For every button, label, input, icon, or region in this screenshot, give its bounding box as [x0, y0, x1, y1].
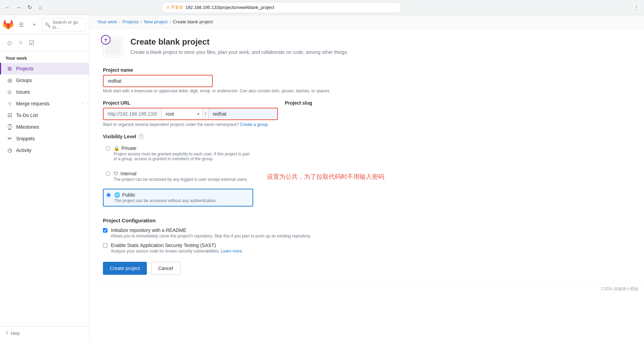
- visibility-private-desc: Project access must be granted explicitl…: [114, 152, 250, 161]
- project-slug-input[interactable]: [209, 108, 277, 119]
- breadcrumb-new-project[interactable]: New project: [144, 19, 168, 24]
- page-header: + Create blank project Create a blank pr…: [103, 37, 384, 58]
- sidebar-nav-icons: ◇ ⑂ ☑: [0, 35, 89, 51]
- search-placeholder: Search or go to...: [52, 20, 83, 30]
- sidebar-item-groups[interactable]: ◎ Groups: [0, 74, 89, 86]
- breadcrumb-current: Create blank project: [173, 19, 213, 24]
- breadcrumb-sep-2: /: [141, 19, 142, 24]
- issues-icon: ◇: [7, 89, 13, 95]
- address-text: 192.168.195.133/projects/new#blank_proje…: [185, 5, 274, 10]
- sast-content: Enable Static Application Security Testi…: [111, 243, 243, 254]
- sidebar-item-label: Groups: [16, 78, 32, 83]
- sidebar-item-label: To-Do List: [16, 113, 38, 118]
- milestones-icon: ⌚: [7, 124, 13, 130]
- breadcrumb-your-work[interactable]: Your work: [97, 19, 117, 24]
- sidebar-item-projects[interactable]: ⊞ Projects: [0, 63, 89, 74]
- init-readme-content: Initialize repository with a README Allo…: [111, 227, 311, 238]
- init-readme-option: Initialize repository with a README Allo…: [103, 227, 384, 238]
- page-header-text: Create blank project Create a blank proj…: [130, 37, 348, 56]
- visibility-private-label: 🔒 Private: [114, 145, 250, 151]
- sidebar-item-snippets[interactable]: ✂ Snippets: [0, 133, 89, 144]
- btn-row: Create project Cancel: [103, 262, 384, 275]
- activity-icon: ◷: [7, 147, 13, 153]
- internal-icon: 🛡: [114, 171, 118, 176]
- page-title: Create blank project: [130, 37, 348, 47]
- sidebar-nav-issues[interactable]: ◇: [4, 37, 15, 48]
- visibility-private-radio[interactable]: [106, 146, 110, 151]
- refresh-button[interactable]: ↻: [25, 3, 34, 12]
- todo-icon: ☑: [7, 112, 13, 118]
- search-box[interactable]: 🔍 Search or go to...: [42, 18, 86, 32]
- project-url-row: http://192.168.195.133/ root /: [103, 108, 278, 120]
- page-description: Create a blank project to store your fil…: [130, 49, 348, 56]
- project-slug-label: Project slug: [285, 100, 326, 106]
- visibility-private-content: 🔒 Private Project access must be granted…: [114, 145, 250, 161]
- public-icon: 🌐: [114, 192, 120, 198]
- watermark: CSDN @破烤小肥杨: [601, 286, 639, 291]
- visibility-public: 🌐 Public The project can be accessed wit…: [103, 189, 253, 207]
- project-slug-section: Project slug: [285, 100, 326, 108]
- sidebar-item-milestones[interactable]: ⌚ Milestones: [0, 121, 89, 133]
- snippets-icon: ✂: [7, 136, 13, 142]
- private-icon: 🔒: [114, 145, 119, 151]
- projects-icon: ⊞: [7, 66, 13, 72]
- sidebar-item-label: Issues: [16, 89, 30, 95]
- merge-requests-icon: ⑂: [7, 101, 13, 107]
- new-item-button[interactable]: +: [29, 19, 40, 30]
- app-layout: ☰ + 🔍 Search or go to... ◇ ⑂ ☑ Your work…: [0, 15, 644, 340]
- nav-buttons: ← → ↻ ⌂: [3, 3, 45, 12]
- cancel-button[interactable]: Cancel: [151, 262, 180, 275]
- visibility-public-content: 🌐 Public The project can be accessed wit…: [114, 192, 217, 203]
- forward-button[interactable]: →: [14, 3, 23, 12]
- sidebar-item-label: Milestones: [16, 124, 39, 130]
- sast-checkbox[interactable]: [103, 243, 107, 248]
- project-name-hint: Must start with a lowercase or uppercase…: [103, 89, 384, 93]
- help-link[interactable]: ? Help: [5, 331, 83, 336]
- visibility-options: 🔒 Private Project access must be granted…: [103, 143, 253, 211]
- sast-learn-more-link[interactable]: Learn more.: [221, 249, 243, 254]
- project-url-section: Project URL http://192.168.195.133/ root…: [103, 100, 278, 120]
- visibility-private: 🔒 Private Project access must be granted…: [103, 143, 253, 164]
- sidebar-item-activity[interactable]: ◷ Activity: [0, 144, 89, 156]
- sast-option: Enable Static Application Security Testi…: [103, 243, 384, 254]
- sidebar-item-issues[interactable]: ◇ Issues: [0, 86, 89, 98]
- sidebar-toggle[interactable]: ☰: [16, 19, 27, 30]
- visibility-internal-radio[interactable]: [106, 172, 110, 176]
- create-group-link[interactable]: Create a group.: [240, 122, 269, 127]
- expand-icon: ›: [82, 101, 83, 106]
- sidebar-item-todo[interactable]: ☑ To-Do List: [0, 109, 89, 121]
- sidebar-item-label: Merge requests: [16, 101, 49, 106]
- sidebar-nav-todo[interactable]: ☑: [26, 37, 37, 48]
- help-label: Help: [11, 331, 20, 336]
- project-icon-plus[interactable]: +: [101, 35, 110, 45]
- breadcrumb: Your work / Projects / New project / Cre…: [89, 15, 644, 29]
- project-url-label: Project URL: [103, 100, 278, 106]
- sast-label[interactable]: Enable Static Application Security Testi…: [111, 243, 216, 248]
- sidebar-nav-mr[interactable]: ⑂: [15, 37, 26, 48]
- sidebar: ☰ + 🔍 Search or go to... ◇ ⑂ ☑ Your work…: [0, 15, 89, 340]
- address-bar[interactable]: ⚠ 不安全 192.168.195.133/projects/new#blank…: [162, 2, 402, 13]
- extensions-button[interactable]: ⋮: [632, 3, 641, 12]
- browser-chrome: ← → ↻ ⌂ ⚠ 不安全 192.168.195.133/projects/n…: [0, 0, 644, 15]
- help-icon: ?: [5, 331, 8, 336]
- config-title: Project Configuration: [103, 218, 384, 223]
- namespace-select-wrapper: root: [162, 108, 203, 119]
- browser-actions: ⋮: [632, 3, 641, 12]
- search-icon: 🔍: [45, 22, 50, 27]
- gitlab-logo[interactable]: [3, 19, 14, 30]
- back-button[interactable]: ←: [3, 3, 12, 12]
- create-project-button[interactable]: Create project: [103, 262, 147, 275]
- namespace-select[interactable]: root: [162, 108, 203, 119]
- sidebar-item-merge-requests[interactable]: ⑂ Merge requests ›: [0, 98, 89, 109]
- page-body: + Create blank project Create a blank pr…: [89, 29, 398, 283]
- visibility-help-icon[interactable]: ?: [138, 134, 144, 139]
- breadcrumb-projects[interactable]: Projects: [122, 19, 139, 24]
- sidebar-top: ☰ + 🔍 Search or go to...: [0, 15, 89, 35]
- sidebar-footer: ? Help: [0, 326, 89, 340]
- visibility-public-radio[interactable]: [106, 193, 111, 197]
- home-button[interactable]: ⌂: [36, 3, 45, 12]
- visibility-row: 🔒 Private Project access must be granted…: [103, 143, 384, 211]
- project-name-input[interactable]: [103, 75, 213, 87]
- init-readme-checkbox[interactable]: [103, 228, 107, 233]
- init-readme-label[interactable]: Initialize repository with a README: [111, 227, 186, 233]
